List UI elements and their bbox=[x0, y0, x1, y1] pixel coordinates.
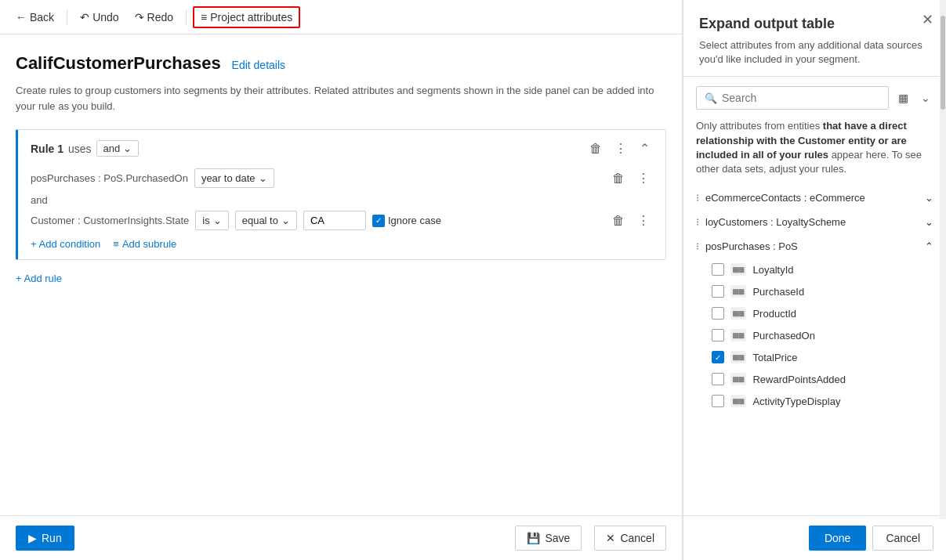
condition-2-value-input[interactable] bbox=[303, 211, 366, 230]
back-button[interactable]: ← Back bbox=[9, 8, 60, 27]
main-panel: ← Back ↶ Undo ↷ Redo ≡ Project attribute… bbox=[0, 0, 683, 560]
redo-label: Redo bbox=[147, 11, 173, 23]
search-box: 🔍 bbox=[696, 86, 889, 110]
attribute-item-purchaseid: ■■ PurchaseId bbox=[683, 280, 946, 302]
operator-value: and bbox=[103, 143, 121, 154]
run-button[interactable]: ▶ Run bbox=[16, 526, 74, 551]
and-separator: and bbox=[31, 194, 653, 206]
description-text: Create rules to group customers into seg… bbox=[16, 83, 666, 114]
entity-grid-icon-2: ⁝ bbox=[696, 216, 699, 228]
condition-2-comparator-dropdown[interactable]: equal to ⌄ bbox=[235, 211, 297, 230]
productid-name: ProductId bbox=[752, 308, 796, 320]
scrollbar-thumb[interactable] bbox=[941, 16, 945, 110]
purchasedon-checkbox[interactable] bbox=[712, 329, 724, 341]
rule-collapse-button[interactable]: ⌃ bbox=[636, 139, 653, 157]
search-input[interactable] bbox=[722, 92, 880, 104]
attribute-item-rewardpoints: ■■ RewardPointsAdded bbox=[683, 368, 946, 390]
totalprice-name: TotalPrice bbox=[752, 352, 797, 363]
right-panel-header: Expand output table ✕ Select attributes … bbox=[683, 0, 946, 77]
entity-name-loyalty: loyCustomers : LoyaltyScheme bbox=[705, 216, 846, 228]
project-attrs-icon: ≡ bbox=[201, 11, 207, 23]
condition-2-delete-button[interactable]: 🗑 bbox=[609, 212, 628, 229]
condition-1-delete-button[interactable]: 🗑 bbox=[609, 170, 628, 187]
purchaseid-name: PurchaseId bbox=[752, 286, 804, 298]
activitytype-checkbox[interactable] bbox=[712, 395, 724, 407]
activitytype-name: ActivityTypeDisplay bbox=[752, 396, 840, 407]
operator-dropdown[interactable]: and ⌄ bbox=[96, 140, 140, 157]
condition-1-filter-dropdown[interactable]: year to date ⌄ bbox=[194, 168, 274, 188]
ignore-case-checkbox[interactable]: ✓ bbox=[372, 215, 385, 227]
cancel-button[interactable]: ✕ Cancel bbox=[594, 526, 666, 551]
add-subrule-button[interactable]: ≡ Add subrule bbox=[113, 238, 176, 250]
rewardpoints-type-icon: ■■ bbox=[730, 373, 746, 385]
entity-item-ecommerce-left: ⁝ eCommerceContacts : eCommerce bbox=[696, 192, 865, 204]
project-attrs-label: Project attributes bbox=[210, 11, 292, 23]
entity-grid-icon: ⁝ bbox=[696, 192, 699, 204]
entity-item-loyalty[interactable]: ⁝ loyCustomers : LoyaltyScheme ⌄ bbox=[683, 210, 946, 234]
rule-header: Rule 1 uses and ⌄ 🗑 ⋮ ⌃ bbox=[31, 139, 653, 157]
add-rule-label: + Add rule bbox=[16, 273, 62, 284]
condition-2-more-button[interactable]: ⋮ bbox=[634, 211, 653, 229]
totalprice-type-icon: ■■ bbox=[730, 351, 746, 363]
close-panel-button[interactable]: ✕ bbox=[922, 13, 933, 27]
entity-grid-icon-3: ⁝ bbox=[696, 240, 699, 252]
right-panel: Expand output table ✕ Select attributes … bbox=[683, 0, 946, 560]
bottom-bar: ▶ Run 💾 Save ✕ Cancel bbox=[0, 515, 682, 560]
chevron-down-icon-4: ⌄ bbox=[281, 215, 290, 226]
filter-button[interactable]: ▦ bbox=[895, 90, 912, 106]
add-condition-button[interactable]: + Add condition bbox=[31, 238, 100, 250]
run-icon: ▶ bbox=[28, 532, 37, 544]
attribute-item-activitytype: ■■ ActivityTypeDisplay bbox=[683, 390, 946, 412]
bottom-right-actions: 💾 Save ✕ Cancel bbox=[515, 526, 666, 551]
totalprice-checkbox[interactable] bbox=[712, 351, 724, 363]
condition-2-operator-dropdown[interactable]: is ⌄ bbox=[195, 211, 228, 230]
redo-button[interactable]: ↷ Redo bbox=[129, 8, 179, 27]
right-cancel-label: Cancel bbox=[886, 532, 920, 544]
title-row: CalifCustomerPurchases Edit details bbox=[16, 53, 666, 74]
add-rule-button[interactable]: + Add rule bbox=[16, 273, 62, 284]
attribute-item-totalprice: ■■ TotalPrice bbox=[683, 346, 946, 368]
entity-list: ⁝ eCommerceContacts : eCommerce ⌄ ⁝ loyC… bbox=[683, 186, 946, 515]
chevron-down-icon-3: ⌄ bbox=[213, 215, 222, 226]
entity-item-pos[interactable]: ⁝ posPurchases : PoS ⌃ bbox=[683, 234, 946, 258]
sort-button[interactable]: ⌄ bbox=[918, 90, 933, 106]
rewardpoints-name: RewardPointsAdded bbox=[752, 374, 846, 385]
condition-1-row: posPurchases : PoS.PurchasedOn year to d… bbox=[31, 168, 653, 188]
loyaltyid-name: LoyaltyId bbox=[752, 264, 793, 276]
rule-delete-button[interactable]: 🗑 bbox=[586, 140, 605, 157]
condition-1-more-button[interactable]: ⋮ bbox=[634, 169, 653, 187]
project-attributes-button[interactable]: ≡ Project attributes bbox=[193, 6, 300, 28]
save-button[interactable]: 💾 Save bbox=[515, 526, 582, 551]
undo-button[interactable]: ↶ Undo bbox=[74, 8, 125, 27]
productid-checkbox[interactable] bbox=[712, 307, 724, 320]
done-button[interactable]: Done bbox=[809, 526, 866, 551]
rule-more-button[interactable]: ⋮ bbox=[611, 139, 630, 157]
collapse-chevron-icon: ⌃ bbox=[925, 240, 933, 252]
add-rule-row: + Add rule bbox=[16, 273, 666, 284]
expand-chevron-icon-2: ⌄ bbox=[925, 216, 933, 228]
search-icon: 🔍 bbox=[705, 92, 717, 104]
rule-title: Rule 1 bbox=[31, 143, 63, 155]
rewardpoints-checkbox[interactable] bbox=[712, 373, 724, 385]
purchasedon-name: PurchasedOn bbox=[752, 330, 815, 341]
back-arrow-icon: ← bbox=[16, 11, 27, 23]
attribute-list-pos: ■■ LoyaltyId ■■ PurchaseId ■■ ProductId bbox=[683, 258, 946, 412]
edit-details-link[interactable]: Edit details bbox=[232, 59, 285, 71]
purchaseid-checkbox[interactable] bbox=[712, 285, 724, 298]
save-label: Save bbox=[545, 532, 570, 544]
toolbar: ← Back ↶ Undo ↷ Redo ≡ Project attribute… bbox=[0, 0, 682, 34]
attribute-item-productid: ■■ ProductId bbox=[683, 302, 946, 324]
uses-text: uses bbox=[68, 143, 92, 155]
entity-item-ecommerce[interactable]: ⁝ eCommerceContacts : eCommerce ⌄ bbox=[683, 186, 946, 210]
expand-chevron-icon: ⌄ bbox=[925, 192, 933, 204]
add-actions: + Add condition ≡ Add subrule bbox=[31, 238, 653, 250]
entity-name-ecommerce: eCommerceContacts : eCommerce bbox=[705, 192, 865, 204]
purchasedon-type-icon: ■■ bbox=[730, 329, 746, 341]
loyaltyid-type-icon: ■■ bbox=[730, 263, 746, 276]
right-cancel-button[interactable]: Cancel bbox=[872, 526, 933, 551]
loyaltyid-checkbox[interactable] bbox=[712, 263, 724, 276]
content-area: CalifCustomerPurchases Edit details Crea… bbox=[0, 34, 682, 515]
activitytype-type-icon: ■■ bbox=[730, 395, 746, 407]
rule-1-block: Rule 1 uses and ⌄ 🗑 ⋮ ⌃ posPurchases : P… bbox=[16, 129, 666, 260]
filter-icon: ▦ bbox=[898, 92, 908, 104]
